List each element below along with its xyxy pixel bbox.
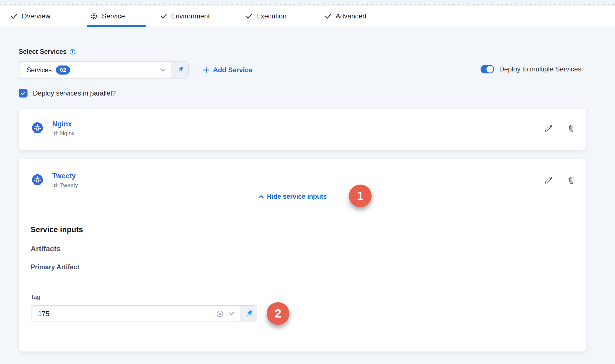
delete-service-icon[interactable] bbox=[567, 124, 576, 133]
tag-field bbox=[32, 306, 240, 321]
tab-label: Advanced bbox=[336, 12, 366, 20]
tab-execution[interactable]: Execution bbox=[245, 6, 287, 27]
parallel-checkbox-row: Deploy services in parallel? bbox=[19, 89, 116, 98]
active-tab-underline bbox=[87, 25, 146, 27]
service-id-label: Id: Nginx bbox=[52, 130, 75, 137]
chevron-down-icon bbox=[160, 68, 165, 72]
services-count-badge: 02 bbox=[56, 65, 70, 75]
service-inputs-heading: Service inputs bbox=[31, 225, 83, 234]
annotation-badge-2: 2 bbox=[267, 302, 289, 325]
artifacts-heading: Artifacts bbox=[31, 244, 60, 253]
services-dropdown-value: Services bbox=[20, 66, 52, 74]
tag-pin-button[interactable] bbox=[241, 306, 257, 322]
chevron-up-icon bbox=[258, 195, 264, 198]
edit-service-icon[interactable] bbox=[544, 124, 553, 133]
service-name-link[interactable]: Nginx bbox=[52, 120, 72, 128]
delete-service-icon[interactable] bbox=[567, 176, 576, 185]
edit-service-icon[interactable] bbox=[544, 176, 553, 185]
parallel-checkbox-label: Deploy services in parallel? bbox=[33, 89, 116, 97]
check-icon bbox=[245, 13, 252, 19]
tab-overview[interactable]: Overview bbox=[11, 6, 50, 27]
services-dropdown-field[interactable]: Services 02 bbox=[20, 62, 171, 78]
annotation-badge-1: 1 bbox=[349, 185, 372, 207]
annotation-number: 1 bbox=[357, 189, 363, 203]
tab-label: Environment bbox=[171, 12, 210, 20]
tab-environment[interactable]: Environment bbox=[160, 6, 210, 27]
toggle-knob bbox=[486, 66, 493, 73]
chevron-down-icon[interactable] bbox=[229, 312, 234, 316]
tab-advanced[interactable]: Advanced bbox=[325, 6, 366, 27]
window-top-strip bbox=[0, 0, 615, 6]
hide-service-inputs-label: Hide service inputs bbox=[267, 193, 327, 200]
service-card-tweety: Tweety Id: Tweety Hide service inputs 1 bbox=[19, 159, 586, 352]
stage-tab-bar: Overview Service Environment Execution A… bbox=[0, 6, 615, 27]
deploy-multiple-toggle-row: Deploy to multiple Services bbox=[481, 65, 581, 73]
tab-service[interactable]: Service bbox=[90, 6, 125, 27]
annotation-number: 2 bbox=[275, 307, 281, 320]
kubernetes-icon bbox=[31, 174, 43, 186]
select-services-label: Select Services bbox=[19, 48, 75, 56]
tab-label: Execution bbox=[256, 12, 287, 20]
service-card-nginx: Nginx Id: Nginx bbox=[19, 109, 586, 150]
check-icon bbox=[325, 13, 332, 19]
service-id-label: Id: Tweety bbox=[52, 182, 78, 189]
check-icon bbox=[11, 13, 18, 19]
service-tab-panel: Select Services Services 02 bbox=[0, 27, 615, 364]
primary-artifact-heading: Primary Artifact bbox=[31, 263, 79, 271]
tab-label: Overview bbox=[22, 12, 50, 20]
services-pin-button[interactable] bbox=[172, 62, 188, 79]
service-name-link[interactable]: Tweety bbox=[52, 172, 76, 180]
add-service-button[interactable]: Add Service bbox=[203, 61, 252, 79]
parallel-checkbox[interactable] bbox=[19, 89, 28, 98]
tab-label: Service bbox=[102, 12, 125, 20]
kubernetes-icon bbox=[31, 122, 43, 134]
tag-label: Tag bbox=[31, 293, 40, 300]
clear-icon[interactable] bbox=[216, 310, 224, 318]
card-divider bbox=[31, 211, 574, 211]
services-dropdown[interactable]: Services 02 bbox=[19, 61, 189, 79]
select-services-text: Select Services bbox=[19, 48, 67, 56]
dotted-divider bbox=[0, 4, 615, 5]
add-service-label: Add Service bbox=[213, 66, 252, 74]
plus-icon bbox=[203, 67, 210, 73]
tag-input-group bbox=[31, 305, 257, 322]
hide-service-inputs-link[interactable]: Hide service inputs bbox=[258, 193, 327, 200]
tag-input[interactable] bbox=[32, 310, 216, 318]
info-icon[interactable] bbox=[69, 49, 75, 55]
deploy-multiple-label: Deploy to multiple Services bbox=[499, 65, 581, 73]
gear-icon bbox=[90, 12, 98, 20]
deploy-multiple-toggle[interactable] bbox=[481, 65, 494, 73]
check-icon bbox=[160, 13, 167, 19]
